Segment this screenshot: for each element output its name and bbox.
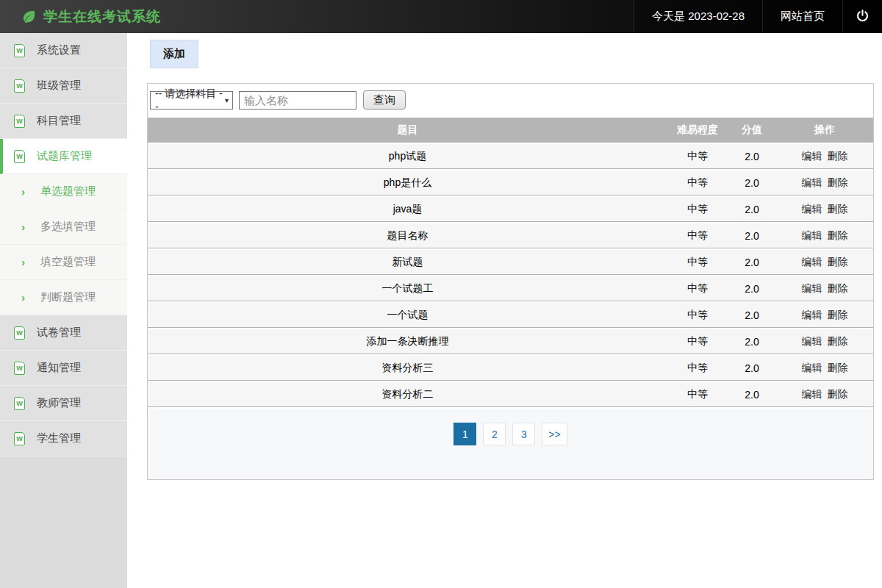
logout-button[interactable] <box>842 0 882 33</box>
cell-difficulty: 中等 <box>667 276 728 301</box>
edit-link[interactable]: 编辑 <box>802 150 822 163</box>
sidebar-item-single-choice-mgmt[interactable]: › 单选题管理 <box>0 174 127 209</box>
brand: 学生在线考试系统 <box>0 0 634 33</box>
edit-link[interactable]: 编辑 <box>802 335 822 348</box>
name-search-input[interactable] <box>239 91 356 110</box>
doc-w-icon: W <box>14 432 25 445</box>
filter-bar: -- 请选择科目 -- ▾ 查询 <box>148 84 873 116</box>
delete-link[interactable]: 删除 <box>828 256 848 269</box>
sidebar-item-notice-mgmt[interactable]: W 通知管理 <box>0 351 127 386</box>
page-button-1[interactable]: 1 <box>453 423 476 445</box>
power-icon <box>856 9 870 25</box>
table-row: php是什么 中等 2.0 编辑删除 <box>148 171 873 196</box>
cell-actions: 编辑删除 <box>776 356 873 381</box>
cell-actions: 编辑删除 <box>776 144 873 169</box>
sidebar-item-question-bank-mgmt[interactable]: W 试题库管理 <box>0 139 127 174</box>
sidebar-item-subject-mgmt[interactable]: W 科目管理 <box>0 104 127 139</box>
doc-w-icon: W <box>14 326 25 340</box>
doc-w-icon: W <box>14 150 25 163</box>
edit-link[interactable]: 编辑 <box>802 176 822 190</box>
cell-difficulty: 中等 <box>667 197 728 222</box>
cell-title: 添加一条决断推理 <box>148 329 667 354</box>
edit-link[interactable]: 编辑 <box>802 362 822 375</box>
sidebar-item-label: 学生管理 <box>37 431 81 445</box>
cell-score: 2.0 <box>728 329 776 354</box>
cell-difficulty: 中等 <box>667 382 728 407</box>
table-row: java题 中等 2.0 编辑删除 <box>148 197 873 222</box>
delete-link[interactable]: 删除 <box>828 282 848 295</box>
sidebar-item-true-false-mgmt[interactable]: › 判断题管理 <box>0 280 127 315</box>
search-button[interactable]: 查询 <box>363 90 406 110</box>
edit-link[interactable]: 编辑 <box>802 282 822 295</box>
sidebar-item-fill-blank-mgmt[interactable]: › 填空题管理 <box>0 245 127 280</box>
site-home-link[interactable]: 网站首页 <box>762 0 842 33</box>
edit-link[interactable]: 编辑 <box>802 203 822 216</box>
chevron-right-icon: › <box>18 256 29 268</box>
cell-title: 题目名称 <box>148 223 667 248</box>
delete-link[interactable]: 删除 <box>828 388 848 401</box>
sidebar: W 系统设置 W 班级管理 W 科目管理 W 试题库管理 › 单选题管理 › 多… <box>0 33 127 588</box>
sidebar-item-system-settings[interactable]: W 系统设置 <box>0 33 127 68</box>
cell-score: 2.0 <box>728 276 776 301</box>
doc-w-icon: W <box>14 79 25 93</box>
chevron-down-icon: ▾ <box>225 96 229 104</box>
col-header-title: 题目 <box>148 118 667 143</box>
page-button-3[interactable]: 3 <box>512 423 535 445</box>
table-row: php试题 中等 2.0 编辑删除 <box>148 144 873 169</box>
add-button[interactable]: 添加 <box>150 40 198 68</box>
table-header-row: 题目 难易程度 分值 操作 <box>148 118 873 143</box>
cell-difficulty: 中等 <box>667 329 728 354</box>
sidebar-item-label: 填空题管理 <box>40 255 96 269</box>
sidebar-item-label: 试题库管理 <box>37 149 92 163</box>
cell-actions: 编辑删除 <box>776 250 873 275</box>
edit-link[interactable]: 编辑 <box>802 309 822 322</box>
page-button-next[interactable]: >> <box>542 423 567 445</box>
delete-link[interactable]: 删除 <box>828 309 848 322</box>
question-panel: -- 请选择科目 -- ▾ 查询 题目 难易程度 分值 操作 <box>147 83 874 480</box>
delete-link[interactable]: 删除 <box>828 362 848 375</box>
cell-title: php试题 <box>148 144 667 169</box>
table-row: 一个试题工 中等 2.0 编辑删除 <box>148 276 873 301</box>
delete-link[interactable]: 删除 <box>828 229 848 243</box>
cell-difficulty: 中等 <box>667 303 728 328</box>
doc-w-icon: W <box>14 44 25 57</box>
sidebar-item-label: 科目管理 <box>37 114 81 128</box>
subject-select[interactable]: -- 请选择科目 -- ▾ <box>150 91 233 110</box>
table-row: 添加一条决断推理 中等 2.0 编辑删除 <box>148 329 873 354</box>
cell-title: php是什么 <box>148 171 667 196</box>
cell-difficulty: 中等 <box>667 223 728 248</box>
sidebar-item-label: 系统设置 <box>37 43 81 57</box>
app-title: 学生在线考试系统 <box>43 7 161 26</box>
delete-link[interactable]: 删除 <box>828 150 848 163</box>
cell-actions: 编辑删除 <box>776 171 873 196</box>
doc-w-icon: W <box>14 397 25 410</box>
cell-title: 资料分析三 <box>148 356 667 381</box>
cell-actions: 编辑删除 <box>776 329 873 354</box>
delete-link[interactable]: 删除 <box>828 176 848 190</box>
cell-title: java题 <box>148 197 667 222</box>
page-button-2[interactable]: 2 <box>483 423 506 445</box>
sidebar-item-paper-mgmt[interactable]: W 试卷管理 <box>0 315 127 351</box>
col-header-difficulty: 难易程度 <box>667 118 728 143</box>
sidebar-item-multi-choice-mgmt[interactable]: › 多选填管理 <box>0 209 127 245</box>
doc-w-icon: W <box>14 362 25 375</box>
sidebar-item-class-mgmt[interactable]: W 班级管理 <box>0 68 127 104</box>
edit-link[interactable]: 编辑 <box>802 229 822 243</box>
col-header-actions: 操作 <box>776 118 873 143</box>
sidebar-item-label: 班级管理 <box>37 79 81 93</box>
edit-link[interactable]: 编辑 <box>802 256 822 269</box>
cell-difficulty: 中等 <box>667 250 728 275</box>
delete-link[interactable]: 删除 <box>828 203 848 216</box>
leaf-icon <box>21 9 37 25</box>
cell-difficulty: 中等 <box>667 356 728 381</box>
doc-w-icon: W <box>14 115 25 128</box>
cell-score: 2.0 <box>728 144 776 169</box>
cell-title: 新试题 <box>148 250 667 275</box>
question-table: 题目 难易程度 分值 操作 php试题 中等 2.0 编辑删除 php是什么 <box>148 116 873 409</box>
delete-link[interactable]: 删除 <box>828 335 848 348</box>
table-row: 一个试题 中等 2.0 编辑删除 <box>148 303 873 328</box>
edit-link[interactable]: 编辑 <box>802 388 822 401</box>
cell-score: 2.0 <box>728 223 776 248</box>
sidebar-item-student-mgmt[interactable]: W 学生管理 <box>0 421 127 456</box>
sidebar-item-teacher-mgmt[interactable]: W 教师管理 <box>0 386 127 421</box>
